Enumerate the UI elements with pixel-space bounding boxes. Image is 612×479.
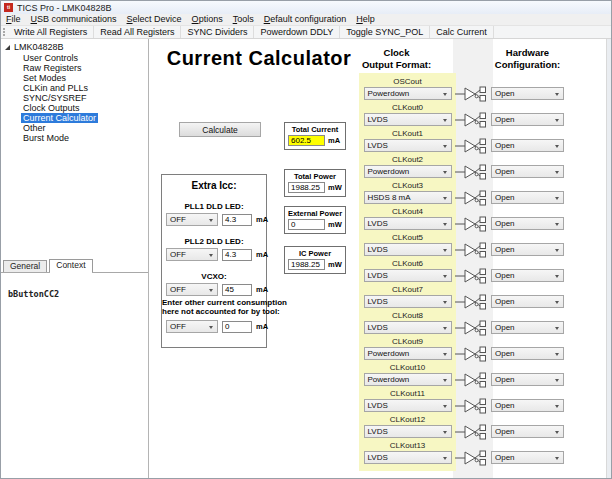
page-title: Current Calculator	[157, 47, 361, 70]
toolbar-buttons: Write All RegistersRead All RegistersSYN…	[8, 26, 494, 38]
pll1-dld-led-select[interactable]: OFF	[166, 213, 218, 226]
menu-item-usb-communications[interactable]: USB communications	[26, 14, 122, 25]
toolbar-button-write-all-registers[interactable]: Write All Registers	[8, 26, 94, 38]
tree-item-clock-outputs[interactable]: Clock Outputs	[23, 103, 80, 113]
toolbar-button-powerdown-ddly[interactable]: Powerdown DDLY	[254, 26, 340, 38]
hardware-config-select-1[interactable]: Open	[491, 113, 564, 126]
clkout10-format-select[interactable]: Powerdown	[364, 373, 452, 386]
hardware-config-select-14[interactable]: Open	[491, 451, 564, 464]
hardware-config-select-8[interactable]: Open	[491, 295, 564, 308]
clkout3-row: CLKout3HSDS 8 mA	[359, 181, 456, 207]
hardware-config-select-10[interactable]: Open	[491, 347, 564, 360]
hardware-config-select-2[interactable]: Open	[491, 139, 564, 152]
menu-item-help[interactable]: Help	[351, 14, 380, 25]
hardware-config-select-12[interactable]: Open	[491, 399, 564, 412]
clkout1-row: CLKout1LVDS	[359, 129, 456, 155]
clkout7-format-select[interactable]: LVDS	[364, 295, 452, 308]
clkout1-label: CLKout1	[359, 129, 456, 139]
hardware-config-select-9[interactable]: Open	[491, 321, 564, 334]
clkout12-format-select[interactable]: LVDS	[364, 425, 452, 438]
clkout4-format-select[interactable]: LVDS	[364, 217, 452, 230]
clkout8-format-select[interactable]: LVDS	[364, 321, 452, 334]
tree-item-raw-registers[interactable]: Raw Registers	[23, 63, 82, 73]
total-power-label: Total Power	[285, 172, 345, 181]
differential-buffer-icon	[455, 190, 487, 206]
hardware-config-select-0[interactable]: Open	[491, 87, 564, 100]
tree-item-sync-sysref[interactable]: SYNC/SYSREF	[23, 93, 87, 103]
pll2-dld-led-value-input[interactable]: 4.3	[222, 249, 252, 261]
tree-root-lmk04828b[interactable]: LMK04828B	[5, 42, 64, 52]
pll2-dld-led-select[interactable]: OFF	[166, 248, 218, 261]
hardware-config-select-5[interactable]: Open	[491, 217, 564, 230]
ic-power-input[interactable]: 1988.25	[288, 259, 325, 270]
clkout2-format-select[interactable]: Powerdown	[364, 165, 452, 178]
tree-item-other[interactable]: Other	[23, 123, 46, 133]
menu-item-options[interactable]: Options	[187, 14, 228, 25]
extra-icc-groupbox: Extra Icc: PLL1 DLD LED:OFF4.3mAPLL2 DLD…	[161, 174, 267, 348]
toolbar-button-sync-dividers[interactable]: SYNC Dividers	[181, 26, 254, 38]
clkout11-label: CLKout11	[359, 389, 456, 399]
enter-other-current-consumption-value-input[interactable]: 0	[222, 321, 252, 333]
differential-buffer-icon	[455, 86, 487, 102]
hardware-config-select-13[interactable]: Open	[491, 425, 564, 438]
oscout-format-select[interactable]: Powerdown	[364, 87, 452, 100]
clkout12-row: CLKout12LVDS	[359, 415, 456, 441]
expander-triangle-icon[interactable]	[5, 45, 10, 50]
toolbar-button-read-all-registers[interactable]: Read All Registers	[94, 26, 181, 38]
tree-item-burst-mode[interactable]: Burst Mode	[23, 133, 69, 143]
enter-other-current-consumption-select[interactable]: OFF	[166, 320, 218, 333]
hardware-config-select-7[interactable]: Open	[491, 269, 564, 282]
hardware-config-select-6[interactable]: Open	[491, 243, 564, 256]
tab-context[interactable]: Context	[49, 259, 92, 272]
pll1-dld-led-value-input[interactable]: 4.3	[222, 214, 252, 226]
vcxo-value-input[interactable]: 45	[222, 284, 252, 296]
hardware-config-select-11[interactable]: Open	[491, 373, 564, 386]
clkout5-label: CLKout5	[359, 233, 456, 243]
clkout4-label: CLKout4	[359, 207, 456, 217]
calculate-button[interactable]: Calculate	[179, 122, 261, 137]
tree-item-clkin-and-plls[interactable]: CLKin and PLLs	[23, 83, 88, 93]
differential-buffer-icon	[455, 424, 487, 440]
tree-root-label: LMK04828B	[14, 42, 64, 52]
tree-item-user-controls[interactable]: User Controls	[23, 53, 78, 63]
clkout11-format-select[interactable]: LVDS	[364, 399, 452, 412]
tab-general[interactable]: General	[3, 260, 47, 272]
menu-item-tools[interactable]: Tools	[228, 14, 259, 25]
hardware-config-select-4[interactable]: Open	[491, 191, 564, 204]
toolbar-button-calc-current[interactable]: Calc Current	[430, 26, 494, 38]
clkout8-label: CLKout8	[359, 311, 456, 321]
hardware-config-select-3[interactable]: Open	[491, 165, 564, 178]
ic-power-box: IC Power1988.25mW	[284, 246, 346, 274]
total-power-box: Total Power1988.25mW	[284, 169, 346, 197]
extra-icc-title: Extra Icc:	[162, 180, 266, 191]
menu-item-default-configuration[interactable]: Default configuration	[259, 14, 352, 25]
vertical-scrollbar[interactable]	[606, 39, 611, 478]
vcxo-select[interactable]: OFF	[166, 283, 218, 296]
clkout6-label: CLKout6	[359, 259, 456, 269]
external-power-box: External Power0mW	[284, 206, 346, 234]
total-current-box: Total Current602.5mA	[284, 122, 346, 150]
total-current-input[interactable]: 602.5	[288, 135, 325, 146]
clkout5-format-select[interactable]: LVDS	[364, 243, 452, 256]
clkout6-format-select[interactable]: LVDS	[364, 269, 452, 282]
tree-item-current-calculator[interactable]: Current Calculator	[21, 113, 98, 123]
total-power-input[interactable]: 1988.25	[288, 182, 325, 193]
clkout0-row: CLKout0LVDS	[359, 103, 456, 129]
context-panel: bButtonCC2	[1, 273, 148, 478]
menu-item-file[interactable]: File	[1, 14, 26, 25]
enter-other-current-consumption-label: Enter other current consumption	[162, 298, 266, 307]
clkout13-format-select[interactable]: LVDS	[364, 451, 452, 464]
clkout3-label: CLKout3	[359, 181, 456, 191]
menu-item-select-device[interactable]: Select Device	[122, 14, 187, 25]
external-power-input[interactable]: 0	[288, 219, 325, 230]
tree-item-set-modes[interactable]: Set Modes	[23, 73, 66, 83]
external-power-label: External Power	[285, 209, 345, 218]
clkout0-format-select[interactable]: LVDS	[364, 113, 452, 126]
differential-buffer-icon	[455, 346, 487, 362]
clkout9-label: CLKout9	[359, 337, 456, 347]
clkout1-format-select[interactable]: LVDS	[364, 139, 452, 152]
ti-logo-icon: ti	[4, 3, 13, 12]
clkout9-format-select[interactable]: Powerdown	[364, 347, 452, 360]
toolbar-button-toggle-sync-pol[interactable]: Toggle SYNC_POL	[340, 26, 430, 38]
clkout3-format-select[interactable]: HSDS 8 mA	[364, 191, 452, 204]
